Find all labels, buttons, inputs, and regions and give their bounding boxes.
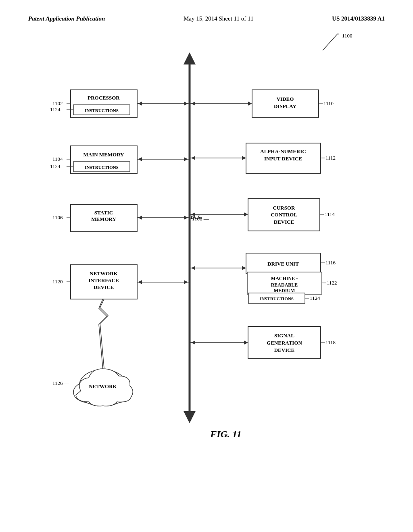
signal-gen-label3: DEVICE [274,347,295,353]
network-interface-label1: NETWORK [90,270,118,276]
ref-1120: 1120 [52,278,63,285]
svg-marker-32 [184,216,188,220]
svg-marker-29 [184,157,188,161]
video-display-label2: DISPLAY [274,103,296,109]
svg-marker-25 [138,102,142,106]
svg-marker-41 [191,156,195,160]
alpha-numeric-label2: INPUT DEVICE [264,156,302,162]
cursor-control-label2: CONTROL [271,212,297,218]
drive-unit-label: DRIVE UNIT [267,261,299,267]
video-display-label1: VIDEO [277,96,294,102]
svg-marker-1 [184,52,196,64]
svg-marker-40 [242,156,246,160]
signal-gen-label2: GENERATION [267,340,302,346]
svg-marker-47 [191,266,195,270]
static-memory-label1: STATIC [94,210,113,216]
ref-1118: 1118 [325,339,336,345]
svg-marker-50 [191,341,195,345]
header-center: May 15, 2014 Sheet 11 of 11 [184,15,253,22]
svg-marker-35 [184,280,188,284]
header-right: US 2014/0133839 A1 [332,15,385,22]
svg-marker-31 [138,216,142,220]
network-interface-label2: INTERFACE [88,277,119,283]
cursor-control-label3: DEVICE [274,219,294,225]
instructions2-label: INSTRUCTIONS [85,165,119,170]
ref-1104: 1104 [52,156,63,162]
ref-1110: 1110 [323,100,334,106]
diagram-area: 1100 BUS PROCESSOR INSTRUCTIONS MAIN MEM… [16,30,397,502]
fig-caption: FIG. 11 [210,429,241,439]
instructions3-label: INSTRUCTIONS [260,296,294,301]
svg-marker-37 [248,102,252,106]
ref-1122: 1122 [327,280,337,286]
svg-marker-34 [138,280,142,284]
machine-readable-label1: MACHINE - [271,276,298,281]
machine-readable-label3: MEDIUM [274,288,295,293]
page-header: Patent Application Publication May 15, 2… [16,8,397,26]
ref-1102: 1102 [52,100,63,106]
network-cloud: NETWORK [73,369,133,406]
header-left: Patent Application Publication [28,15,105,22]
machine-readable-label2: READABLE [271,282,298,288]
diagram-svg: 1100 BUS PROCESSOR INSTRUCTIONS MAIN MEM… [32,30,375,494]
signal-gen-label1: SIGNAL [274,332,294,339]
cursor-control-label1: CURSOR [273,205,296,211]
ref-1114: 1114 [325,211,335,217]
ref-1106: 1106 [52,214,63,220]
svg-marker-49 [244,341,248,345]
ref-1108: 1108 — [192,216,209,222]
svg-marker-26 [184,102,188,106]
static-memory-label2: MEMORY [91,216,116,222]
instructions1-label: INSTRUCTIONS [85,108,119,113]
svg-marker-2 [184,411,196,423]
ref-1124a: 1124 [50,106,60,112]
alpha-numeric-label1: ALPHA-NUMERIC [260,148,306,154]
network-label: NETWORK [89,383,117,389]
svg-marker-28 [138,157,142,161]
network-interface-label3: DEVICE [94,284,114,290]
svg-marker-46 [242,266,246,270]
svg-marker-38 [191,102,195,106]
main-memory-label: MAIN MEMORY [83,152,125,158]
svg-marker-43 [244,212,248,216]
ref-1126: 1126 — [52,380,70,386]
page: Patent Application Publication May 15, 2… [0,0,413,532]
ref-1116: 1116 [325,260,336,266]
ref-1112: 1112 [325,155,336,161]
ref-1124b: 1124 [50,163,60,169]
ref-1124c: 1124 [310,295,320,301]
ref-1100: 1100 [342,33,353,39]
processor-label: PROCESSOR [88,95,120,101]
